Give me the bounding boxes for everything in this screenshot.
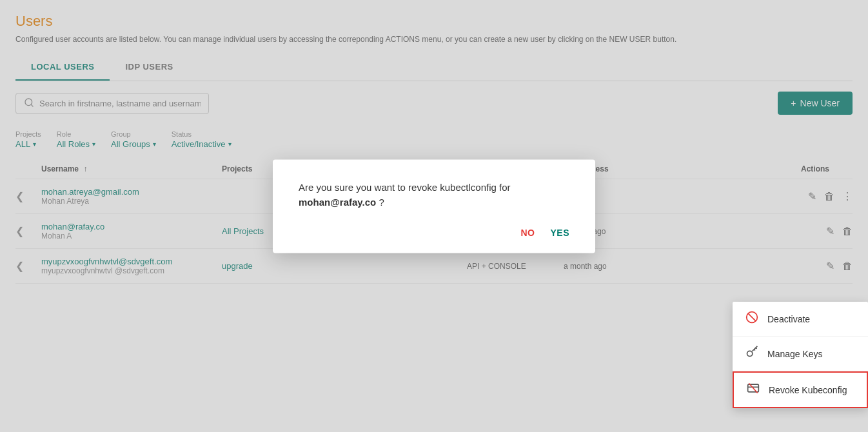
context-menu-item-deactivate[interactable]: Deactivate	[733, 302, 868, 337]
svg-line-6	[756, 348, 757, 349]
dialog-message: Are you sure you want to revoke kubectlc…	[299, 181, 569, 210]
svg-line-3	[748, 313, 756, 321]
context-menu: Deactivate Manage Keys Revo	[733, 302, 868, 408]
manage-keys-label: Manage Keys	[767, 349, 823, 359]
revoke-kubeconfig-label: Revoke Kubeconfig	[769, 385, 847, 395]
manage-keys-icon	[745, 346, 758, 362]
deactivate-icon	[745, 311, 758, 327]
page-container: Users Configured user accounts are liste…	[0, 0, 868, 432]
dialog-no-button[interactable]: NO	[520, 228, 535, 238]
confirm-dialog: Are you sure you want to revoke kubectlc…	[273, 160, 595, 253]
dialog-actions: NO YES	[299, 228, 569, 238]
dialog-yes-button[interactable]: YES	[550, 228, 569, 238]
deactivate-label: Deactivate	[767, 314, 810, 324]
context-menu-item-revoke-kubeconfig[interactable]: Revoke Kubeconfig	[733, 371, 868, 408]
dialog-target-user: mohan@rafay.co	[299, 196, 376, 207]
svg-point-4	[747, 351, 753, 356]
revoke-kubeconfig-icon	[747, 382, 760, 398]
svg-line-7	[754, 349, 755, 351]
context-menu-item-manage-keys[interactable]: Manage Keys	[733, 337, 868, 371]
